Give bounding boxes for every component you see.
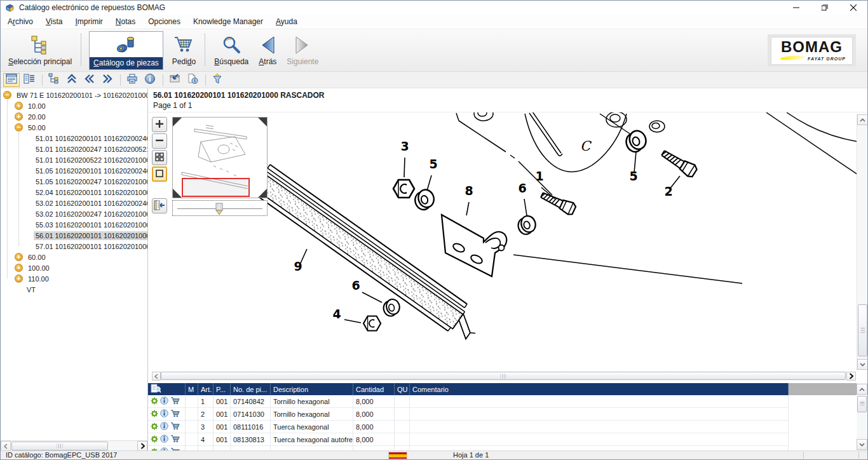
gear-icon[interactable]	[151, 435, 158, 444]
scroll-thumb[interactable]	[161, 372, 846, 380]
diagram-vertical-scrollbar[interactable]	[857, 114, 867, 370]
column-header-cantidad[interactable]: Cantidad	[353, 383, 395, 395]
table-row[interactable]: 100107140842Tornillo hexagonal8,000	[148, 395, 858, 408]
menu-item-ayuda[interactable]: Ayuda	[269, 15, 304, 29]
cart-icon[interactable]	[170, 435, 180, 444]
tree-item[interactable]: 51.05 101620200101 101620200246	[1, 165, 147, 176]
viewport-rectangle[interactable]	[182, 178, 250, 197]
table-vertical-scrollbar[interactable]	[857, 383, 867, 450]
tree-item[interactable]: +20.00	[1, 111, 147, 122]
tree-item[interactable]: 51.01 101620200247 101620200521	[1, 144, 147, 154]
page-prev-button[interactable]	[81, 73, 98, 87]
export-button[interactable]	[166, 73, 183, 87]
column-header-comentario[interactable]: Comentario	[410, 383, 789, 395]
zoom-selection-button[interactable]	[152, 166, 167, 182]
columns-view-button[interactable]	[21, 73, 37, 87]
cat-logo-de-piezas-button[interactable]: Catálogo de piezas	[89, 31, 163, 70]
expand-icon[interactable]: +	[15, 274, 23, 283]
tree-item[interactable]: 51.01 101620200101 101620200246	[1, 133, 147, 144]
document-info-button[interactable]	[184, 73, 201, 87]
scroll-thumb[interactable]	[11, 442, 108, 450]
gear-icon[interactable]	[151, 397, 158, 406]
filter-button[interactable]	[209, 73, 226, 87]
gear-icon[interactable]	[151, 410, 158, 419]
table-row[interactable]: 300108111016Tuerca hexagonal8,000	[148, 421, 858, 433]
tree-item[interactable]: +10.00	[1, 100, 147, 111]
row-info-icon[interactable]	[160, 409, 168, 419]
scroll-thumb[interactable]	[857, 396, 867, 412]
collapse-all-button[interactable]	[64, 73, 80, 87]
tree-item[interactable]: 51.05 101620200247 101620201000	[1, 176, 147, 187]
scroll-down-button[interactable]	[857, 439, 867, 450]
zoom-in-button[interactable]	[152, 117, 167, 132]
info-button[interactable]	[142, 73, 158, 87]
expand-icon[interactable]: +	[15, 102, 23, 110]
tree-item[interactable]: 57.01 101620200101 101620201000	[1, 241, 147, 252]
overview-grid-button[interactable]	[152, 150, 167, 165]
menu-item-knowledge-manager[interactable]: Knowledge Manager	[187, 15, 269, 29]
expand-icon[interactable]: +	[15, 253, 23, 261]
menu-item-archivo[interactable]: Archivo	[1, 15, 39, 29]
expand-icon[interactable]: +	[15, 264, 23, 272]
details-view-button[interactable]	[3, 73, 20, 87]
tree-item[interactable]: −BW 71 E 101620200101 -> 101620201000	[1, 90, 147, 100]
minimize-button[interactable]	[782, 1, 810, 15]
table-row[interactable]: 200107141030Tornillo hexagonal8,000	[148, 408, 858, 421]
atr-s-button[interactable]: Atrás	[254, 32, 281, 68]
resize-corner-icon[interactable]	[173, 189, 182, 198]
expand-icon[interactable]: +	[15, 112, 23, 121]
menu-item-opciones[interactable]: Opciones	[142, 15, 187, 29]
tree-item[interactable]: +110.00	[1, 273, 147, 284]
tree-item[interactable]: +60.00	[1, 252, 147, 262]
print-button[interactable]	[124, 73, 140, 87]
navigator-thumbnail[interactable]	[172, 117, 268, 198]
cart-icon[interactable]	[170, 396, 180, 406]
row-info-icon[interactable]	[160, 435, 168, 444]
table-row[interactable]: 400108130813Tuerca hexagonal autofrer8,0…	[148, 433, 858, 446]
column-header-art[interactable]: Art.	[198, 383, 214, 395]
scroll-right-button[interactable]	[846, 372, 856, 381]
tree-item[interactable]: −50.00	[1, 122, 147, 133]
scroll-right-button[interactable]	[137, 441, 147, 450]
siguiente-button[interactable]: Siguiente	[281, 32, 323, 68]
table-row[interactable]	[148, 446, 858, 450]
diagram-horizontal-scrollbar[interactable]	[152, 372, 856, 381]
tree-item[interactable]: 56.01 101620200101 101620201000	[1, 230, 147, 241]
menu-item-notas[interactable]: Notas	[109, 15, 142, 29]
pedido-button[interactable]: Pedido	[167, 32, 201, 68]
collapse-icon[interactable]: −	[3, 91, 11, 99]
b-squeda-button[interactable]: Búsqueda	[209, 32, 254, 68]
scroll-thumb[interactable]	[858, 304, 867, 356]
tree-item[interactable]: VT	[1, 284, 147, 295]
resize-corner-icon[interactable]	[173, 118, 182, 126]
menu-item-vista[interactable]: Vista	[39, 15, 69, 29]
column-header-no-de-pi[interactable]: No. de pi...	[231, 383, 271, 395]
page-next-button[interactable]	[99, 73, 116, 87]
column-header-description[interactable]: Description	[271, 383, 353, 395]
menu-item-imprimir[interactable]: Imprimir	[69, 15, 109, 29]
selecci-n-principal-button[interactable]: Selección principal	[3, 32, 77, 68]
zoom-slider-handle[interactable]	[215, 203, 224, 217]
close-button[interactable]	[839, 1, 867, 15]
row-info-icon[interactable]	[160, 422, 168, 431]
tree-item[interactable]: +100.00	[1, 262, 147, 273]
scroll-left-button[interactable]	[1, 441, 11, 450]
column-header-p[interactable]: P...	[214, 383, 231, 395]
scroll-up-button[interactable]	[857, 384, 867, 395]
zoom-slider[interactable]	[172, 200, 268, 216]
tree-view-button[interactable]	[46, 73, 62, 87]
resize-corner-icon[interactable]	[258, 118, 267, 126]
row-info-icon[interactable]	[160, 396, 168, 406]
collapse-icon[interactable]: −	[15, 123, 23, 132]
tree-horizontal-scrollbar[interactable]	[1, 440, 147, 450]
tree-item[interactable]: 52.04 101620200101 101620201000	[1, 187, 147, 198]
tree-item[interactable]: 53.02 101620200247 101620201000	[1, 208, 147, 219]
scroll-up-button[interactable]	[857, 114, 867, 125]
tree-item[interactable]: 53.02 101620200101 101620200246	[1, 198, 147, 208]
scroll-left-button[interactable]	[152, 372, 161, 381]
panel-toggle-button[interactable]	[152, 198, 167, 213]
gear-icon[interactable]	[151, 423, 158, 431]
resize-corner-icon[interactable]	[258, 189, 267, 198]
restore-button[interactable]	[810, 1, 839, 15]
scroll-down-button[interactable]	[857, 359, 867, 370]
